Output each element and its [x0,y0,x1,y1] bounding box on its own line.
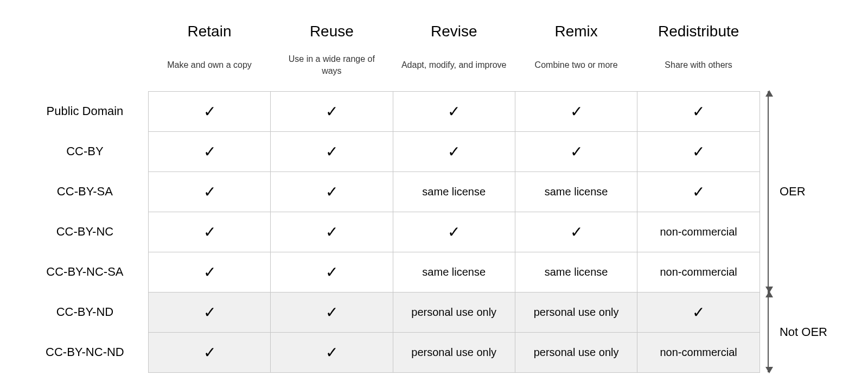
cell-redistribute: non-commercial [637,252,760,292]
cell-remix: same license [515,171,637,212]
cell-retain: ✓ [148,91,270,131]
cell-redistribute: non-commercial [637,332,760,372]
cell-reuse: ✓ [271,171,393,212]
col-sub-revise: Adapt, modify, and improve [393,51,515,91]
cell-remix: ✓ [515,91,637,131]
col-sub-redistribute: Share with others [637,51,760,91]
cell-reuse: ✓ [271,91,393,131]
cell-retain: ✓ [148,171,270,212]
cell-retain: ✓ [148,212,270,252]
cell-revise: same license [393,171,515,212]
col-title-redistribute: Redistribute [637,11,760,51]
cell-revise: same license [393,252,515,292]
check-icon: ✓ [326,103,338,120]
check-icon: ✓ [203,143,216,160]
license-rights-table: Retain Reuse Revise Remix Redistribute M… [22,11,760,373]
cell-retain: ✓ [148,292,270,332]
check-icon: ✓ [692,143,705,160]
arrow-up-icon [765,90,773,97]
row-header: CC-BY-NC-ND [22,332,148,372]
cell-retain: ✓ [148,252,270,292]
check-icon: ✓ [692,183,705,200]
table-row: Public Domain✓✓✓✓✓ [22,91,760,131]
table-row: CC-BY✓✓✓✓✓ [22,131,760,171]
column-subtitle-row: Make and own a copy Use in a wide range … [22,51,760,91]
check-icon: ✓ [203,103,216,120]
cell-reuse: ✓ [271,212,393,252]
check-icon: ✓ [326,143,338,160]
table-row: CC-BY-ND✓✓personal use onlypersonal use … [22,292,760,332]
cell-reuse: ✓ [271,252,393,292]
cell-redistribute: ✓ [637,171,760,212]
col-title-reuse: Reuse [271,11,393,51]
row-header: CC-BY-NC-SA [22,252,148,292]
cell-revise: personal use only [393,292,515,332]
check-icon: ✓ [326,224,338,240]
row-header: CC-BY-ND [22,292,148,332]
cell-remix: personal use only [515,332,637,372]
check-icon: ✓ [326,183,338,200]
col-sub-remix: Combine two or more [515,51,637,91]
table-row: CC-BY-NC-SA✓✓same licensesame licensenon… [22,252,760,292]
check-icon: ✓ [570,103,583,120]
cell-reuse: ✓ [271,131,393,171]
table-row: CC-BY-NC✓✓✓✓non-commercial [22,212,760,252]
col-title-remix: Remix [515,11,637,51]
check-icon: ✓ [203,264,216,281]
cell-revise: ✓ [393,212,515,252]
cell-revise: ✓ [393,131,515,171]
col-title-revise: Revise [393,11,515,51]
cell-revise: ✓ [393,91,515,131]
not-oer-label: Not OER [780,325,827,339]
table-body: Public Domain✓✓✓✓✓CC-BY✓✓✓✓✓CC-BY-SA✓✓sa… [22,91,760,372]
cell-redistribute: ✓ [637,292,760,332]
arrow-up-icon [765,291,773,297]
corner-blank [22,11,148,51]
check-icon: ✓ [326,304,338,321]
check-icon: ✓ [448,143,460,160]
check-icon: ✓ [326,344,338,361]
check-icon: ✓ [326,264,338,281]
col-title-retain: Retain [148,11,270,51]
cell-reuse: ✓ [271,292,393,332]
oer-label: OER [780,185,806,199]
column-title-row: Retain Reuse Revise Remix Redistribute [22,11,760,51]
oer-bracket: OER [768,91,806,292]
cell-revise: personal use only [393,332,515,372]
table-row: CC-BY-SA✓✓same licensesame license✓ [22,171,760,212]
not-oer-bracket: Not OER [768,292,827,372]
check-icon: ✓ [203,224,216,240]
cell-redistribute: non-commercial [637,212,760,252]
corner-blank-2 [22,51,148,91]
check-icon: ✓ [570,224,583,240]
cell-remix: same license [515,252,637,292]
row-header: CC-BY-NC [22,212,148,252]
col-sub-retain: Make and own a copy [148,51,270,91]
check-icon: ✓ [203,304,216,321]
cell-retain: ✓ [148,131,270,171]
check-icon: ✓ [448,103,460,120]
row-header: CC-BY [22,131,148,171]
cell-retain: ✓ [148,332,270,372]
row-header: Public Domain [22,91,148,131]
check-icon: ✓ [203,183,216,200]
table-row: CC-BY-NC-ND✓✓personal use onlypersonal u… [22,332,760,372]
cell-redistribute: ✓ [637,91,760,131]
check-icon: ✓ [448,224,460,240]
cell-remix: personal use only [515,292,637,332]
arrow-down-icon [765,367,773,373]
row-header: CC-BY-SA [22,171,148,212]
cell-reuse: ✓ [271,332,393,372]
cell-redistribute: ✓ [637,131,760,171]
check-icon: ✓ [692,304,705,321]
cell-remix: ✓ [515,131,637,171]
col-sub-reuse: Use in a wide range of ways [271,51,393,91]
check-icon: ✓ [570,143,583,160]
check-icon: ✓ [692,103,705,120]
check-icon: ✓ [203,344,216,361]
cell-remix: ✓ [515,212,637,252]
